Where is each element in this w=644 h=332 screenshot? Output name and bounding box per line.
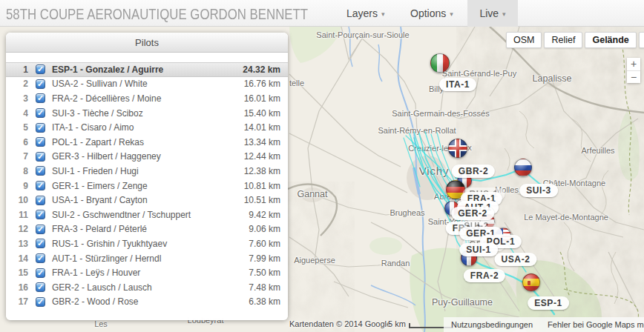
pilot-distance: 14.01 km <box>244 122 280 133</box>
pilot-name: SUI-2 - Gschwendtner / Tschuppert <box>52 210 249 220</box>
balloon-label-esp-1[interactable]: ESP-1 <box>528 296 569 310</box>
pilot-name: SUI-3 - Tièche / Sciboz <box>52 108 244 119</box>
pilot-visible-checkbox[interactable]: ✓ <box>36 196 45 205</box>
menu-label: Options <box>410 7 446 19</box>
pilot-distance: 7.60 km <box>249 239 280 249</box>
pilot-row[interactable]: 14✓AUT-1 - Stürzlinger / Herndl7.99 km <box>6 251 288 266</box>
zoom-out-button[interactable]: − <box>627 70 640 83</box>
pilot-name: GBR-2 - Wood / Rose <box>52 296 249 307</box>
pilot-visible-checkbox[interactable]: ✓ <box>36 210 45 219</box>
chevron-down-icon: ▾ <box>502 10 506 18</box>
balloon-marker-russia[interactable] <box>514 159 532 176</box>
pilot-visible-checkbox[interactable]: ✓ <box>36 297 45 307</box>
balloon-label-sui-1[interactable]: SUI-1 <box>459 243 498 256</box>
balloon-label-usa-2[interactable]: USA-2 <box>494 253 536 266</box>
pilot-row[interactable]: 17✓GBR-2 - Wood / Rose6.38 km <box>6 295 288 310</box>
pilot-distance: 10.51 km <box>244 195 280 205</box>
pilot-distance: 7.99 km <box>249 253 280 264</box>
pilot-visible-checkbox[interactable]: ✓ <box>36 93 45 103</box>
pilot-name: ESP-1 - Gonzalez / Aguirre <box>52 64 243 75</box>
pilot-visible-checkbox[interactable]: ✓ <box>36 64 45 74</box>
pilot-visible-checkbox[interactable]: ✓ <box>36 137 45 147</box>
balloon-marker-italy[interactable] <box>430 53 450 73</box>
pilot-distance: 16.01 km <box>244 93 280 104</box>
pilot-row[interactable]: 11✓SUI-2 - Gschwendtner / Tschuppert9.42… <box>6 208 288 222</box>
attribution-strip: Nutzungsbedingungen Fehler bei Google Ma… <box>444 317 644 332</box>
pilot-visible-checkbox[interactable]: ✓ <box>36 79 45 89</box>
map-type-satellit[interactable]: Satellit <box>639 32 644 48</box>
pilot-distance: 7.48 km <box>249 282 280 293</box>
pilot-visible-checkbox[interactable]: ✓ <box>36 239 45 248</box>
pilot-rank: 17 <box>9 296 28 307</box>
pilot-name: AUT-1 - Stürzlinger / Herndl <box>52 253 249 264</box>
pilot-row[interactable]: 9✓GER-1 - Eimers / Zenge10.81 km <box>6 179 288 193</box>
pilot-rank: 16 <box>9 282 28 293</box>
balloon-label-sui-3[interactable]: SUI-3 <box>519 184 558 197</box>
pilot-row[interactable]: 6✓POL-1 - Zapart / Rekas13.34 km <box>6 135 288 150</box>
pilot-visible-checkbox[interactable]: ✓ <box>36 108 45 118</box>
map-copyright: Kartendaten © 2014 Google <box>289 319 391 328</box>
pilot-row[interactable]: 5✓ITA-1 - Cisaro / Aimo14.01 km <box>6 120 288 135</box>
pilot-rank: 12 <box>9 224 28 234</box>
menu-options[interactable]: Options▾ <box>410 0 453 27</box>
pilot-visible-checkbox[interactable]: ✓ <box>36 268 45 278</box>
pilot-visible-checkbox[interactable]: ✓ <box>36 152 45 162</box>
pilot-row[interactable]: 7✓GER-3 - Hilbert / Haggeney12.44 km <box>6 150 288 165</box>
report-error-link[interactable]: Fehler bei Google Maps melden <box>540 320 644 329</box>
pilot-rank: 15 <box>9 268 28 278</box>
pilot-row[interactable]: 16✓GER-2 - Lausch / Lausch7.48 km <box>6 280 288 295</box>
menu-layers[interactable]: Layers▾ <box>346 0 385 27</box>
pilot-distance: 10.81 km <box>244 181 280 191</box>
pilot-row[interactable]: 13✓RUS-1 - Grishin / Tyukhtyaev7.60 km <box>6 236 288 251</box>
pilots-panel-header: Pilots <box>6 33 288 53</box>
balloon-label-ita-1[interactable]: ITA-1 <box>439 78 476 91</box>
map-type-gelände[interactable]: Gelände <box>585 32 636 48</box>
pilot-rank: 13 <box>9 239 28 249</box>
pilot-row[interactable]: 1✓ESP-1 - Gonzalez / Aguirre24.32 km <box>6 62 288 77</box>
pilot-row[interactable]: 15✓FRA-1 - Leÿs / Houver7.50 km <box>6 265 288 280</box>
pilot-distance: 7.50 km <box>249 268 280 278</box>
pilot-rank: 14 <box>9 253 28 264</box>
balloon-label-fra-2[interactable]: FRA-2 <box>464 269 505 282</box>
menu-live[interactable]: Live▾ <box>467 0 518 27</box>
pilot-row[interactable]: 8✓SUI-1 - Frieden / Hugi12.38 km <box>6 164 288 179</box>
pilot-name: GER-1 - Eimers / Zenge <box>52 181 244 191</box>
pilot-visible-checkbox[interactable]: ✓ <box>36 253 45 263</box>
pilot-row[interactable]: 4✓SUI-3 - Tièche / Sciboz15.40 km <box>6 106 288 121</box>
top-menubar: 58TH COUPE AERONAUTIQUE GORDON BENNETT L… <box>0 0 644 27</box>
pilot-distance: 6.38 km <box>249 296 280 307</box>
pilot-rank: 8 <box>9 166 28 176</box>
pilot-rank: 7 <box>9 151 28 162</box>
pilot-distance: 12.44 km <box>244 151 280 162</box>
pilot-rank: 5 <box>9 122 28 133</box>
balloon-label-gbr-2[interactable]: GBR-2 <box>452 165 495 178</box>
pilot-row[interactable]: 3✓FRA-2 - Décellières / Moine16.01 km <box>6 91 288 106</box>
menu-label: Layers <box>346 7 378 19</box>
chevron-down-icon: ▾ <box>450 10 453 18</box>
pilot-rank: 10 <box>9 195 28 205</box>
pilot-rank: 6 <box>9 137 28 147</box>
pilot-row[interactable]: 2✓USA-2 - Sullivan / White16.76 km <box>6 77 288 92</box>
pilot-distance: 16.76 km <box>244 79 280 89</box>
map-type-relief[interactable]: Relief <box>544 32 582 48</box>
balloon-marker-uk[interactable] <box>448 139 467 158</box>
balloon-label-ger-2[interactable]: GER-2 <box>451 207 494 220</box>
pilot-name: RUS-1 - Grishin / Tyukhtyaev <box>52 239 249 249</box>
pilot-visible-checkbox[interactable]: ✓ <box>36 181 45 190</box>
pilots-panel: Pilots 1✓ESP-1 - Gonzalez / Aguirre24.32… <box>6 33 288 320</box>
pilot-name: GER-2 - Lausch / Lausch <box>52 282 249 293</box>
terms-link[interactable]: Nutzungsbedingungen <box>444 320 540 329</box>
pilot-rank: 9 <box>9 181 28 191</box>
zoom-in-button[interactable]: + <box>627 58 640 70</box>
balloon-marker-spain[interactable] <box>522 273 540 291</box>
pilot-visible-checkbox[interactable]: ✓ <box>36 123 45 133</box>
pilot-visible-checkbox[interactable]: ✓ <box>36 166 45 176</box>
pilots-list: 1✓ESP-1 - Gonzalez / Aguirre24.32 km2✓US… <box>6 53 288 309</box>
pilot-row[interactable]: 10✓USA-1 - Bryant / Cayton10.51 km <box>6 193 288 208</box>
pilot-visible-checkbox[interactable]: ✓ <box>36 282 45 292</box>
pilot-row[interactable]: 12✓FRA-3 - Pelard / Péterlé9.06 km <box>6 222 288 237</box>
pilot-name: SUI-1 - Frieden / Hugi <box>52 166 244 176</box>
pilot-visible-checkbox[interactable]: ✓ <box>36 225 45 234</box>
map-type-switcher: OSMReliefGeländeSatellit <box>506 32 644 48</box>
map-type-osm[interactable]: OSM <box>506 32 542 48</box>
